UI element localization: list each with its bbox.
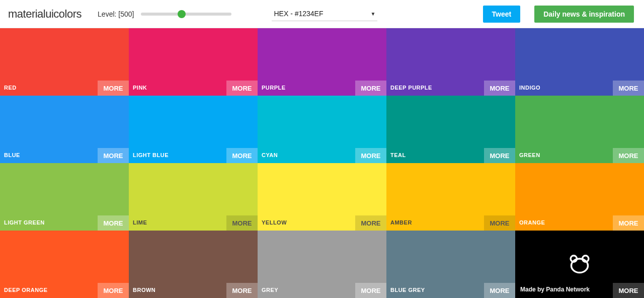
color-swatch[interactable]: BLUEMORE xyxy=(0,96,129,163)
swatch-label: PURPLE xyxy=(262,85,286,91)
color-swatch[interactable]: BLUE GREYMORE xyxy=(386,231,515,298)
more-button[interactable]: MORE xyxy=(355,148,386,163)
more-button[interactable]: MORE xyxy=(355,283,386,298)
color-swatch[interactable]: PURPLEMORE xyxy=(258,28,386,96)
more-button[interactable]: MORE xyxy=(613,148,644,163)
color-swatch[interactable]: LIGHT BLUEMORE xyxy=(129,96,258,163)
color-swatch[interactable]: GREENMORE xyxy=(515,96,644,163)
color-swatch[interactable]: CYANMORE xyxy=(258,96,386,163)
color-swatch[interactable]: LIMEMORE xyxy=(129,163,258,231)
more-button[interactable]: MORE xyxy=(484,215,515,231)
footer-credit: Made by Panda Network xyxy=(520,286,590,293)
level-slider[interactable] xyxy=(141,13,231,16)
more-button[interactable]: MORE xyxy=(226,148,258,163)
swatch-label: GREY xyxy=(262,287,278,293)
chevron-down-icon: ▼ xyxy=(371,11,376,17)
color-swatch[interactable]: PINKMORE xyxy=(129,28,258,96)
swatch-label: DEEP PURPLE xyxy=(390,85,432,91)
color-swatch[interactable]: AMBERMORE xyxy=(386,163,515,231)
swatch-label: RED xyxy=(4,85,17,91)
swatch-label: CYAN xyxy=(262,152,278,158)
swatch-label: BLUE xyxy=(4,152,20,158)
color-swatch[interactable]: BROWNMORE xyxy=(129,231,258,298)
swatch-label: TEAL xyxy=(390,152,406,158)
color-swatch[interactable]: INDIGOMORE xyxy=(515,28,644,96)
more-button[interactable]: MORE xyxy=(613,81,644,96)
tweet-button[interactable]: Tweet xyxy=(483,6,521,23)
more-button[interactable]: MORE xyxy=(226,215,258,231)
color-swatch[interactable]: REDMORE xyxy=(0,28,129,96)
format-select-value: HEX - #1234EF xyxy=(274,10,323,18)
swatch-label: BROWN xyxy=(133,287,155,293)
daily-news-button[interactable]: Daily news & inspiration xyxy=(534,6,634,23)
more-button[interactable]: MORE xyxy=(98,81,129,96)
color-swatch[interactable]: LIGHT GREENMORE xyxy=(0,163,129,231)
more-button[interactable]: MORE xyxy=(98,148,129,163)
more-button[interactable]: MORE xyxy=(226,81,258,96)
more-button[interactable]: MORE xyxy=(98,215,129,231)
swatch-label: BLUE GREY xyxy=(390,287,425,293)
more-button[interactable]: MORE xyxy=(484,283,515,298)
swatch-label: LIME xyxy=(133,219,147,226)
swatch-label: ORANGE xyxy=(519,219,545,226)
more-button[interactable]: MORE xyxy=(226,283,258,298)
more-button[interactable]: MORE xyxy=(355,215,386,231)
color-swatch[interactable]: TEALMORE xyxy=(386,96,515,163)
color-grid: REDMOREPINKMOREPURPLEMOREDEEP PURPLEMORE… xyxy=(0,28,644,298)
color-swatch[interactable]: DEEP ORANGEMORE xyxy=(0,231,129,298)
swatch-label: PINK xyxy=(133,85,147,91)
swatch-label: DEEP ORANGE xyxy=(4,287,48,293)
swatch-label: LIGHT GREEN xyxy=(4,219,45,226)
swatch-label: GREEN xyxy=(519,152,540,158)
swatch-label: YELLOW xyxy=(262,219,287,226)
more-button[interactable]: MORE xyxy=(484,81,515,96)
svg-point-2 xyxy=(572,259,588,273)
level-label: Level: [500] xyxy=(98,10,134,18)
panda-icon xyxy=(569,254,591,274)
topbar: materialuicolors Level: [500] HEX - #123… xyxy=(0,0,644,28)
more-button[interactable]: MORE xyxy=(613,215,644,231)
color-swatch[interactable]: YELLOWMORE xyxy=(258,163,386,231)
footer-cell[interactable]: Made by Panda Network MORE xyxy=(515,231,644,298)
slider-thumb[interactable] xyxy=(178,10,186,18)
color-swatch[interactable]: ORANGEMORE xyxy=(515,163,644,231)
site-logo[interactable]: materialuicolors xyxy=(8,8,82,21)
color-swatch[interactable]: GREYMORE xyxy=(258,231,386,298)
level-control: Level: [500] xyxy=(98,10,231,18)
more-button[interactable]: MORE xyxy=(98,283,129,298)
swatch-label: AMBER xyxy=(390,219,412,226)
more-button[interactable]: MORE xyxy=(355,81,386,96)
swatch-label: LIGHT BLUE xyxy=(133,152,169,158)
color-swatch[interactable]: DEEP PURPLEMORE xyxy=(386,28,515,96)
format-select[interactable]: HEX - #1234EF ▼ xyxy=(272,7,377,21)
more-button[interactable]: MORE xyxy=(484,148,515,163)
swatch-label: INDIGO xyxy=(519,85,540,91)
more-button[interactable]: MORE xyxy=(613,283,644,298)
